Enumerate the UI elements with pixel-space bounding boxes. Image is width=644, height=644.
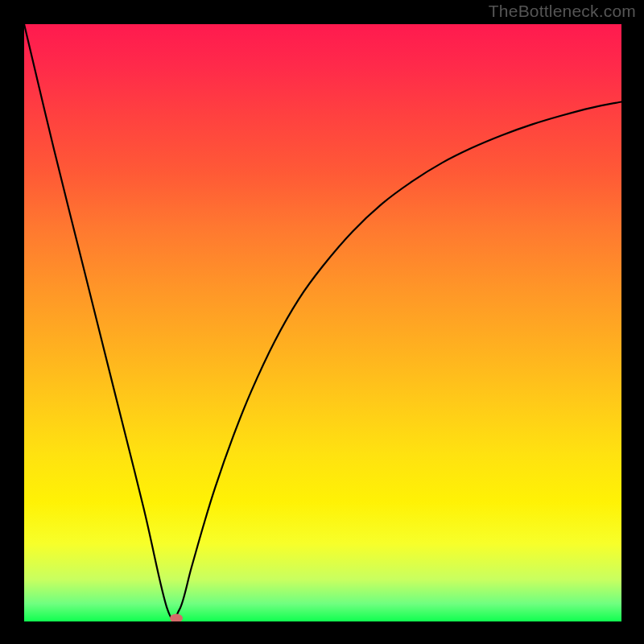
curve-layer xyxy=(24,24,621,621)
minimum-marker xyxy=(170,614,183,621)
chart-frame: TheBottleneck.com xyxy=(0,0,644,644)
watermark-text: TheBottleneck.com xyxy=(489,2,636,21)
plot-area xyxy=(24,24,621,621)
bottleneck-curve xyxy=(24,24,621,620)
